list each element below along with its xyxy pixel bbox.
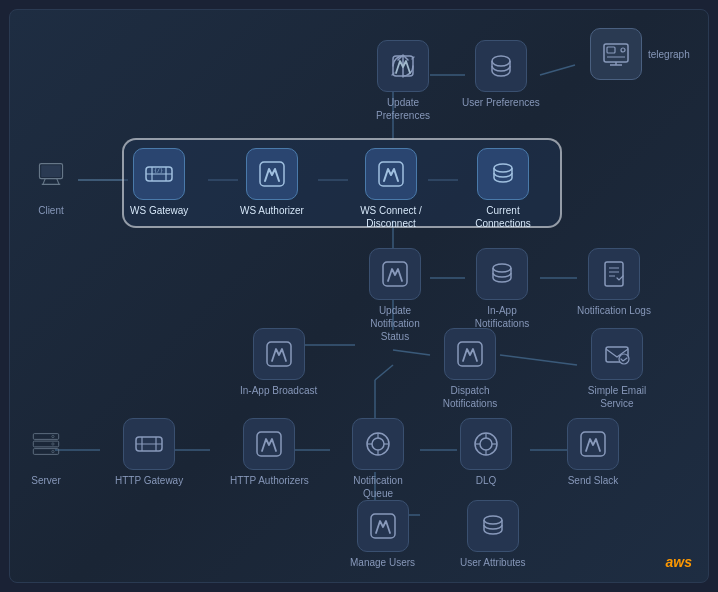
user-attributes-icon bbox=[467, 500, 519, 552]
ws-gateway-icon: {/} bbox=[133, 148, 185, 200]
manage-users-node: Manage Users bbox=[350, 500, 415, 569]
server-node: Server bbox=[20, 418, 72, 487]
svg-point-45 bbox=[494, 164, 512, 172]
ws-gateway-node: {/} WS Gateway bbox=[130, 148, 188, 217]
user-preferences-label: User Preferences bbox=[462, 96, 540, 109]
in-app-broadcast-icon bbox=[253, 328, 305, 380]
in-app-notifications-node: In-App Notifications bbox=[462, 248, 542, 330]
dispatch-notifications-label: Dispatch Notifications bbox=[430, 384, 510, 410]
simple-email-service-node: Simple Email Service bbox=[577, 328, 657, 410]
svg-rect-26 bbox=[607, 47, 615, 53]
http-gateway-label: HTTP Gateway bbox=[115, 474, 183, 487]
ws-authorizer-icon bbox=[246, 148, 298, 200]
in-app-broadcast-label: In-App Broadcast bbox=[240, 384, 317, 397]
current-connections-node: Current Connections bbox=[465, 148, 541, 230]
update-preferences-node: Update Preferences bbox=[363, 40, 443, 122]
user-preferences-icon bbox=[475, 40, 527, 92]
http-gateway-node: HTTP Gateway bbox=[115, 418, 183, 487]
send-slack-icon bbox=[567, 418, 619, 470]
svg-point-60 bbox=[52, 443, 54, 445]
svg-rect-56 bbox=[33, 434, 58, 440]
user-attributes-label: User Attributes bbox=[460, 556, 526, 569]
update-notification-status-node: Update Notification Status bbox=[355, 248, 435, 343]
svg-rect-48 bbox=[605, 262, 623, 286]
telegraph-icon bbox=[590, 28, 642, 80]
current-connections-label: Current Connections bbox=[465, 204, 541, 230]
dlq-icon bbox=[460, 418, 512, 470]
in-app-broadcast-node: In-App Broadcast bbox=[240, 328, 317, 397]
ws-connect-icon bbox=[365, 148, 417, 200]
ws-connect-label: WS Connect / Disconnect bbox=[355, 204, 427, 230]
dispatch-notifications-icon bbox=[444, 328, 496, 380]
user-preferences-node: User Preferences bbox=[462, 40, 540, 109]
in-app-notifications-label: In-App Notifications bbox=[462, 304, 542, 330]
svg-line-14 bbox=[393, 350, 430, 355]
ws-connect-node: WS Connect / Disconnect bbox=[355, 148, 427, 230]
svg-text:{/}: {/} bbox=[154, 167, 163, 173]
svg-line-15 bbox=[500, 355, 577, 365]
svg-point-59 bbox=[52, 435, 54, 437]
notification-logs-label: Notification Logs bbox=[577, 304, 651, 317]
client-node: Client bbox=[25, 148, 77, 217]
notification-logs-icon bbox=[588, 248, 640, 300]
user-attributes-node: User Attributes bbox=[460, 500, 526, 569]
server-icon bbox=[20, 418, 72, 470]
http-authorizers-icon bbox=[243, 418, 295, 470]
svg-point-47 bbox=[493, 264, 511, 272]
dlq-node: DLQ bbox=[460, 418, 512, 487]
send-slack-node: Send Slack bbox=[567, 418, 619, 487]
svg-line-22 bbox=[375, 365, 393, 380]
notification-queue-node: Notification Queue bbox=[338, 418, 418, 500]
send-slack-label: Send Slack bbox=[568, 474, 619, 487]
ws-authorizer-label: WS Authorizer bbox=[240, 204, 304, 217]
svg-point-74 bbox=[480, 438, 492, 450]
in-app-notifications-icon bbox=[476, 248, 528, 300]
svg-line-35 bbox=[57, 179, 59, 185]
ws-authorizer-node: WS Authorizer bbox=[240, 148, 304, 217]
svg-point-32 bbox=[492, 56, 510, 66]
svg-point-81 bbox=[484, 516, 502, 524]
http-gateway-icon bbox=[123, 418, 175, 470]
update-preferences-icon bbox=[377, 40, 429, 92]
client-label: Client bbox=[38, 204, 64, 217]
update-notification-status-icon bbox=[369, 248, 421, 300]
manage-users-label: Manage Users bbox=[350, 556, 415, 569]
svg-point-27 bbox=[621, 48, 625, 52]
aws-badge: aws bbox=[666, 554, 692, 570]
simple-email-service-label: Simple Email Service bbox=[577, 384, 657, 410]
current-connections-icon bbox=[477, 148, 529, 200]
svg-rect-37 bbox=[41, 165, 61, 177]
telegraph-label: telegraph bbox=[648, 48, 690, 61]
svg-point-68 bbox=[372, 438, 384, 450]
notification-logs-node: Notification Logs bbox=[577, 248, 651, 317]
svg-point-61 bbox=[52, 450, 54, 452]
ws-gateway-label: WS Gateway bbox=[130, 204, 188, 217]
simple-email-service-icon bbox=[591, 328, 643, 380]
svg-line-7 bbox=[540, 65, 575, 75]
dispatch-notifications-node: Dispatch Notifications bbox=[430, 328, 510, 410]
svg-line-34 bbox=[43, 179, 45, 185]
svg-rect-58 bbox=[33, 449, 58, 455]
update-notification-status-label: Update Notification Status bbox=[355, 304, 435, 343]
notification-queue-icon bbox=[352, 418, 404, 470]
notification-queue-label: Notification Queue bbox=[338, 474, 418, 500]
http-authorizers-label: HTTP Authorizers bbox=[230, 474, 309, 487]
server-label: Server bbox=[31, 474, 60, 487]
svg-rect-57 bbox=[33, 441, 58, 447]
dlq-label: DLQ bbox=[476, 474, 497, 487]
diagram-container: telegraph Update Preferences User bbox=[9, 9, 709, 583]
update-preferences-label: Update Preferences bbox=[363, 96, 443, 122]
telegraph-node: telegraph bbox=[590, 28, 690, 80]
client-icon bbox=[25, 148, 77, 200]
manage-users-icon bbox=[357, 500, 409, 552]
http-authorizers-node: HTTP Authorizers bbox=[230, 418, 309, 487]
